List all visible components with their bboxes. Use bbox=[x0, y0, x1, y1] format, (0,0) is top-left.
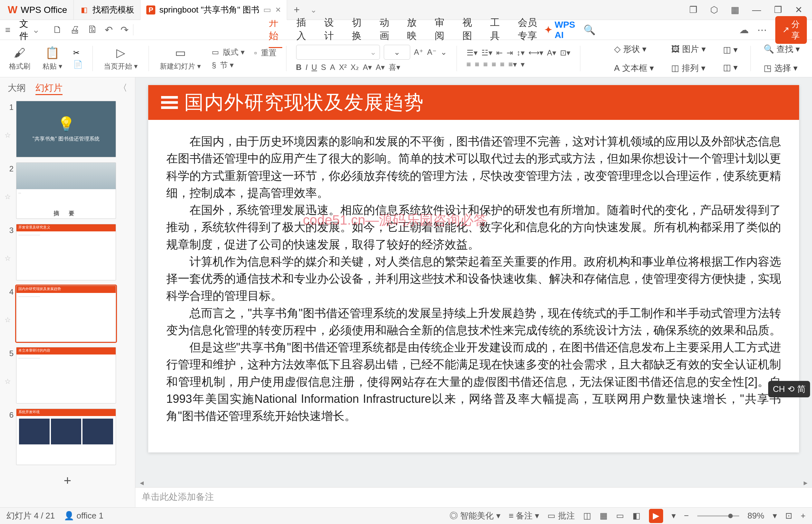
maximize-icon[interactable]: ❐ bbox=[774, 4, 782, 15]
italic-icon[interactable]: I bbox=[305, 63, 308, 72]
start-from-current[interactable]: ▷当页开始 ▾ bbox=[101, 43, 141, 75]
cloud-icon[interactable]: ☁ bbox=[739, 24, 749, 35]
columns-icon[interactable]: ⊡▾ bbox=[560, 48, 570, 58]
textbox-button[interactable]: A 文本框 ▾ bbox=[610, 60, 659, 76]
minimize-icon[interactable]: — bbox=[752, 5, 761, 15]
indent-dec-icon[interactable]: ⇤ bbox=[496, 48, 503, 58]
ime-indicator[interactable]: CH ⟲ 简 bbox=[768, 381, 810, 397]
zoom-slider[interactable] bbox=[697, 515, 739, 517]
new-slide[interactable]: ▭新建幻灯片 ▾ bbox=[156, 43, 204, 75]
numbering-icon[interactable]: ☳▾ bbox=[481, 48, 492, 58]
shapes-button[interactable]: ◇ 形状 ▾ bbox=[610, 41, 659, 58]
thumbnails-list[interactable]: 1☆ 💡"共享书角" 图书借还管理系统 2☆ ...摘 要 3☆ 开发背景及研究… bbox=[0, 98, 135, 507]
play-icon[interactable]: ▭ bbox=[263, 5, 271, 15]
highlight-icon[interactable]: A▾ bbox=[376, 63, 385, 72]
close-window-icon[interactable]: ✕ bbox=[795, 4, 802, 15]
select-button[interactable]: ◳ 选择 ▾ bbox=[759, 60, 804, 76]
align-dist-icon[interactable]: ≡ bbox=[500, 60, 504, 69]
font-size-select[interactable]: ⌄ bbox=[384, 45, 410, 60]
char-spacing-icon[interactable]: 喜▾ bbox=[388, 62, 400, 72]
smart-beautify[interactable]: ◎ 智能美化 ▾ bbox=[449, 510, 500, 521]
slide-title[interactable]: 国内外研究现状及发展趋势 bbox=[184, 89, 424, 116]
tab-thumbnails[interactable]: 幻灯片 bbox=[35, 82, 63, 95]
star-icon[interactable]: ☆ bbox=[4, 235, 14, 263]
align-center-icon[interactable]: ≡ bbox=[475, 60, 479, 69]
indent-inc-icon[interactable]: ⇥ bbox=[507, 48, 513, 58]
thumb-3[interactable]: 3☆ 开发背景及研究意义........................... bbox=[4, 224, 131, 280]
slideshow-dropdown[interactable]: ▾ bbox=[672, 511, 676, 521]
canvas-viewport[interactable]: 国内外研究现状及发展趋势 code51.cn—源码乐园咨询必答 在国内，由于历史… bbox=[135, 77, 812, 478]
paste-button[interactable]: 📋粘贴 ▾ bbox=[39, 43, 65, 75]
tab-document-active[interactable]: P springboot "共享书角" 图书 ▭ ✕ bbox=[140, 0, 287, 20]
align-left-icon[interactable]: ≡ bbox=[467, 60, 471, 69]
notes-toggle[interactable]: ≡ 备注 ▾ bbox=[509, 510, 540, 521]
format-painter[interactable]: 🖌格式刷 bbox=[6, 43, 34, 75]
view-normal-icon[interactable]: ◫ bbox=[583, 511, 591, 521]
paragraph[interactable]: 但是这些"共享书角"图书借还管理系统都是由传统企业开发建设而成的，在图书借还信息… bbox=[166, 339, 781, 424]
fit-icon[interactable]: ⊡ bbox=[785, 511, 792, 521]
image-button[interactable]: 🖼 图片 ▾ bbox=[667, 41, 710, 58]
tab-outline[interactable]: 大纲 bbox=[8, 82, 26, 95]
layout-icon[interactable]: ▭ bbox=[212, 48, 219, 57]
clear-format-icon[interactable]: ⌄ bbox=[441, 48, 447, 57]
star-icon[interactable]: ☆ bbox=[4, 358, 14, 386]
redo-icon[interactable]: ↷ bbox=[120, 24, 129, 35]
avatar-icon[interactable]: ▦ bbox=[731, 4, 739, 15]
section-icon[interactable]: § bbox=[212, 61, 216, 70]
menu-hamburger-icon[interactable]: ≡ bbox=[5, 25, 10, 35]
line-spacing-icon[interactable]: ↕▾ bbox=[517, 48, 525, 58]
star-icon[interactable]: ☆ bbox=[4, 174, 14, 201]
find-button[interactable]: 🔍 查找 ▾ bbox=[759, 41, 804, 58]
paragraph[interactable]: 总而言之，"共享书角"图书借还管理系统的发展呈持续上升发展趋势，现在传统式的手工… bbox=[166, 305, 781, 339]
bold-icon[interactable]: B bbox=[296, 63, 302, 72]
horizontal-scrollbar[interactable]: ◂▸ bbox=[135, 478, 812, 487]
close-icon[interactable]: ✕ bbox=[275, 6, 281, 14]
increase-font-icon[interactable]: A⁺ bbox=[414, 48, 424, 57]
font-a-icon[interactable]: A bbox=[330, 63, 335, 72]
section-label[interactable]: 节 ▾ bbox=[220, 60, 234, 70]
slideshow-button[interactable]: ▶ bbox=[649, 509, 663, 523]
thumb-4[interactable]: 4☆ 国内外研究现状及发展趋势.........................… bbox=[4, 285, 131, 342]
view-outline-icon[interactable]: ◧ bbox=[632, 511, 641, 521]
text-dir-icon[interactable]: ⟷▾ bbox=[528, 48, 543, 58]
file-menu[interactable]: 文件 ⌄ bbox=[16, 18, 47, 42]
style-dropdown[interactable]: ◫ ▾ bbox=[718, 42, 742, 58]
tab-templates[interactable]: ◧ 找稻壳模板 bbox=[74, 0, 140, 20]
reset-icon[interactable]: ▫ bbox=[254, 48, 257, 58]
office-indicator[interactable]: 👤 office 1 bbox=[64, 511, 103, 521]
restore-icon[interactable]: ❐ bbox=[689, 4, 697, 15]
zoom-label[interactable]: 89% bbox=[748, 511, 764, 521]
copy-icon[interactable]: 📄 bbox=[73, 60, 83, 69]
print-icon[interactable]: 🖨 bbox=[70, 24, 80, 35]
wps-ai-button[interactable]: ✦WPS AI bbox=[545, 20, 575, 40]
view-sorter-icon[interactable]: ▦ bbox=[600, 511, 608, 521]
comments-toggle[interactable]: ▭ 批注 bbox=[547, 510, 575, 521]
subscript-icon[interactable]: X₂ bbox=[351, 63, 359, 72]
add-slide-button[interactable]: + bbox=[4, 470, 131, 491]
arrange-button[interactable]: ◫ 排列 ▾ bbox=[667, 60, 710, 76]
bullets-icon[interactable]: ☰▾ bbox=[467, 48, 478, 58]
star-icon[interactable]: ☆ bbox=[4, 112, 14, 140]
cut-icon[interactable]: ✂ bbox=[73, 48, 83, 58]
new-doc-icon[interactable]: 🗋 bbox=[52, 24, 62, 35]
superscript-icon[interactable]: X² bbox=[339, 63, 347, 72]
zoom-in[interactable]: + bbox=[801, 511, 806, 521]
style-dropdown2[interactable]: ◫ ▾ bbox=[718, 60, 742, 75]
notes-pane[interactable]: 单击此处添加备注 bbox=[135, 487, 812, 507]
zoom-out[interactable]: − bbox=[684, 511, 689, 521]
reset-label[interactable]: 重置 bbox=[261, 48, 277, 58]
collapse-panel-icon[interactable]: 〈 bbox=[118, 82, 127, 95]
thumb-2[interactable]: 2☆ ...摘 要 bbox=[4, 162, 131, 219]
share-button[interactable]: ↗ 分享 bbox=[775, 16, 807, 44]
paragraph[interactable]: 在国内，由于历史环境因素的影响和发展的不平衡，图书借还管理不完善，这对计算机领域… bbox=[166, 133, 781, 201]
font-family-select[interactable]: ⌄ bbox=[296, 45, 380, 60]
app-logo[interactable]: W WPS Office bbox=[0, 0, 74, 20]
search-icon[interactable]: 🔍 bbox=[583, 24, 595, 35]
para-more-icon[interactable]: ▾ bbox=[521, 60, 525, 69]
thumb-6[interactable]: 6 系统开发环境 bbox=[4, 409, 131, 465]
thumb-1[interactable]: 1☆ 💡"共享书角" 图书借还管理系统 bbox=[4, 101, 131, 157]
zoom-dropdown[interactable]: ▾ bbox=[773, 511, 777, 521]
text-dir2-icon[interactable]: A▾ bbox=[547, 48, 556, 58]
decrease-font-icon[interactable]: A⁻ bbox=[427, 48, 436, 57]
paragraph[interactable]: 计算机作为信息科学的媒介和关键，对人类信息的繁荣起着至关重要的作用。政府机构和事… bbox=[166, 253, 781, 305]
